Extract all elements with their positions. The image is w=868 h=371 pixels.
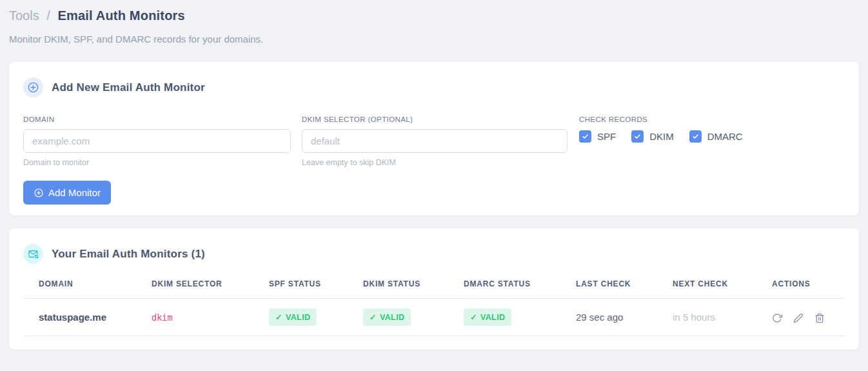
envelope-check-icon bbox=[23, 244, 43, 264]
monitors-card-title: Your Email Auth Monitors (1) bbox=[52, 248, 205, 261]
spf-status-text: VALID bbox=[286, 313, 311, 322]
monitor-dkim-selector: dkim bbox=[152, 299, 269, 336]
checkbox-checked-icon bbox=[579, 130, 591, 143]
delete-button[interactable] bbox=[814, 313, 825, 323]
breadcrumb-separator: / bbox=[46, 8, 50, 23]
dmarc-checkbox-label: DMARC bbox=[707, 131, 743, 142]
checkbox-checked-icon bbox=[689, 130, 702, 143]
monitor-next-check: in 5 hours bbox=[673, 299, 772, 336]
monitors-card-header: Your Email Auth Monitors (1) bbox=[23, 244, 845, 264]
page-subtitle: Monitor DKIM, SPF, and DMARC records for… bbox=[9, 34, 859, 45]
spf-status-badge: ✓ VALID bbox=[269, 308, 317, 326]
check-glyph: ✓ bbox=[275, 312, 282, 322]
page: Tools / Email Auth Monitors Monitor DKIM… bbox=[0, 0, 868, 350]
dkim-status-text: VALID bbox=[380, 313, 405, 322]
page-title: Email Auth Monitors bbox=[57, 8, 185, 23]
add-monitor-card-title: Add New Email Auth Monitor bbox=[52, 81, 205, 94]
add-monitor-card: Add New Email Auth Monitor DOMAIN Domain… bbox=[9, 62, 859, 216]
dmarc-status-badge: ✓ VALID bbox=[464, 308, 511, 326]
dmarc-status-text: VALID bbox=[480, 313, 506, 322]
breadcrumb: Tools / Email Auth Monitors bbox=[9, 8, 859, 23]
column-header-dkim-status: DKIM STATUS bbox=[363, 279, 464, 299]
column-header-dkim-selector: DKIM SELECTOR bbox=[152, 279, 269, 299]
table-header-row: DOMAIN DKIM SELECTOR SPF STATUS DKIM STA… bbox=[23, 279, 845, 299]
edit-button[interactable] bbox=[793, 313, 804, 323]
column-header-last-check: LAST CHECK bbox=[576, 279, 673, 299]
table-row: statuspage.me dkim ✓ VALID ✓ VALID bbox=[23, 299, 845, 336]
dmarc-checkbox[interactable]: DMARC bbox=[689, 130, 743, 143]
domain-helper-text: Domain to monitor bbox=[23, 158, 291, 167]
monitor-last-check: 29 sec ago bbox=[576, 299, 673, 336]
dkim-selector-label: DKIM SELECTOR (OPTIONAL) bbox=[302, 115, 567, 123]
add-monitor-form: DOMAIN Domain to monitor DKIM SELECTOR (… bbox=[23, 115, 845, 167]
checkbox-checked-icon bbox=[631, 130, 644, 143]
plus-circle-icon bbox=[34, 188, 44, 198]
spf-checkbox-label: SPF bbox=[597, 131, 616, 142]
column-header-dmarc-status: DMARC STATUS bbox=[464, 279, 576, 299]
domain-input[interactable] bbox=[23, 129, 291, 153]
plus-circle-icon bbox=[23, 77, 43, 97]
monitor-domain: statuspage.me bbox=[23, 299, 152, 336]
pencil-icon bbox=[793, 313, 804, 323]
dkim-selector-helper-text: Leave empty to skip DKIM bbox=[302, 158, 567, 167]
monitors-table: DOMAIN DKIM SELECTOR SPF STATUS DKIM STA… bbox=[23, 279, 845, 336]
add-monitor-button-label: Add Monitor bbox=[48, 187, 101, 198]
monitors-card: Your Email Auth Monitors (1) DOMAIN DKIM… bbox=[9, 228, 859, 350]
domain-label: DOMAIN bbox=[23, 115, 291, 123]
dkim-checkbox[interactable]: DKIM bbox=[631, 130, 674, 143]
dkim-status-badge: ✓ VALID bbox=[363, 308, 411, 326]
dkim-selector-field-group: DKIM SELECTOR (OPTIONAL) Leave empty to … bbox=[302, 115, 567, 167]
column-header-actions: ACTIONS bbox=[772, 279, 845, 299]
domain-field-group: DOMAIN Domain to monitor bbox=[23, 115, 291, 167]
dkim-checkbox-label: DKIM bbox=[649, 131, 674, 142]
column-header-spf-status: SPF STATUS bbox=[269, 279, 363, 299]
check-records-options: SPF DKIM DMARC bbox=[579, 130, 743, 143]
check-glyph: ✓ bbox=[470, 312, 477, 322]
trash-icon bbox=[814, 313, 825, 323]
refresh-button[interactable] bbox=[772, 313, 782, 323]
refresh-icon bbox=[772, 313, 782, 323]
spf-checkbox[interactable]: SPF bbox=[579, 130, 616, 143]
add-monitor-card-header: Add New Email Auth Monitor bbox=[23, 77, 845, 97]
check-records-label: CHECK RECORDS bbox=[579, 115, 743, 123]
check-records-group: CHECK RECORDS SPF DKIM bbox=[579, 115, 743, 143]
column-header-domain: DOMAIN bbox=[23, 279, 152, 299]
column-header-next-check: NEXT CHECK bbox=[673, 279, 772, 299]
add-monitor-button[interactable]: Add Monitor bbox=[23, 181, 111, 205]
breadcrumb-tools-link[interactable]: Tools bbox=[9, 8, 39, 23]
check-glyph: ✓ bbox=[370, 312, 377, 322]
dkim-selector-input[interactable] bbox=[302, 129, 567, 153]
